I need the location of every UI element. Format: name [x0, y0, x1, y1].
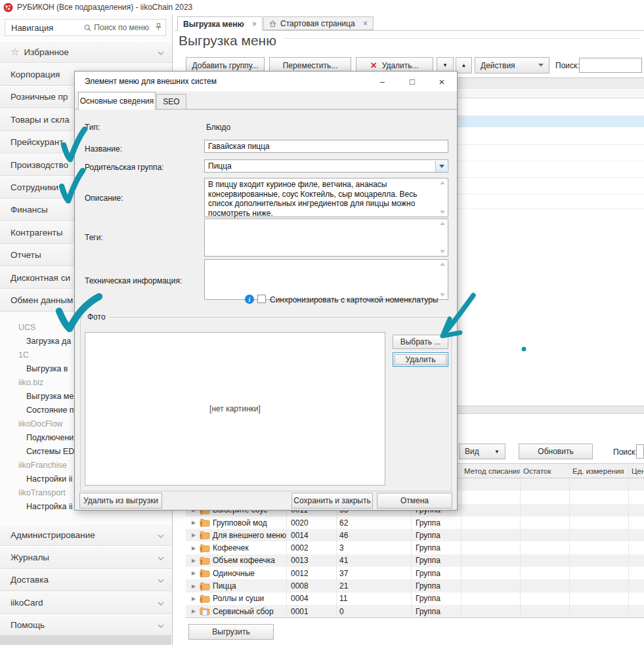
- scroll-up-icon[interactable]: [440, 262, 445, 266]
- row-name: Групповой мод: [213, 518, 267, 528]
- table-row[interactable]: ▶ ! Одиночные 0012 37 Группа: [186, 567, 644, 579]
- pin-icon[interactable]: [156, 22, 161, 33]
- header-cell-stock[interactable]: Остаток: [521, 464, 570, 478]
- maximize-icon[interactable]: □: [404, 75, 421, 88]
- chevron-down-icon: [158, 620, 164, 630]
- dialog-tab-seo[interactable]: SEO: [156, 94, 186, 109]
- tech-info-label: Техническая информация:: [85, 276, 182, 285]
- cell-unit: [570, 516, 629, 529]
- sidebar-group[interactable]: Доставка: [0, 569, 172, 591]
- folder-icon: !: [200, 544, 210, 552]
- cell-count: 11: [337, 593, 412, 605]
- expand-icon[interactable]: ▶: [192, 532, 197, 538]
- cell-price: [629, 478, 644, 491]
- parent-group-label: Родительская группа:: [85, 163, 163, 172]
- sidebar-group-label: Избранное: [24, 47, 68, 57]
- sidebar-group[interactable]: ☆ Избранное: [0, 41, 172, 63]
- sidebar-group[interactable]: iikoCard: [0, 591, 172, 614]
- scroll-down-icon[interactable]: [440, 211, 445, 214]
- folder-icon: !: [200, 607, 210, 615]
- tree-item-label: iiko.biz: [18, 378, 43, 387]
- tech-info-textarea[interactable]: [204, 259, 448, 300]
- sidebar-group-label: Производство: [11, 160, 68, 170]
- tab-close-icon[interactable]: ×: [363, 19, 368, 28]
- cell-code: 0013: [287, 554, 337, 567]
- sidebar-group[interactable]: Журналы: [0, 546, 172, 568]
- expand-icon[interactable]: ▶: [192, 570, 197, 576]
- sidebar-group[interactable]: Администрирование: [0, 524, 172, 546]
- actions-dropdown-button[interactable]: Действия: [475, 57, 549, 73]
- header-cell-unit[interactable]: Ед. измерения: [570, 464, 629, 478]
- choose-photo-button[interactable]: Выбрать ...: [393, 335, 448, 349]
- name-input[interactable]: Гавайская пицца: [204, 140, 448, 153]
- cell-count: 0: [337, 605, 412, 617]
- description-textarea[interactable]: В пиццу входит куриное филе, ветчина, ан…: [204, 178, 448, 217]
- tree-item-label: Подключени: [26, 433, 74, 442]
- cell-stock: [521, 579, 570, 592]
- dialog-tab-main[interactable]: Основные сведения: [78, 92, 156, 110]
- tree-item-label: Настройка ii: [26, 502, 73, 511]
- cell-name: ▶ ! Сервисный сбор: [186, 605, 287, 617]
- folder-icon: !: [200, 582, 210, 591]
- save-and-close-button[interactable]: Сохранить и закрыть: [291, 493, 373, 509]
- table-row[interactable]: ▶ ! Групповой мод 0020 62 Группа: [186, 516, 644, 529]
- cell-type: Группа: [412, 605, 462, 617]
- warning-icon: !: [200, 533, 202, 541]
- folder-icon: !: [200, 556, 210, 565]
- sidebar-group[interactable]: Помощь: [0, 614, 172, 636]
- cancel-label: Отмена: [400, 496, 429, 505]
- tab-close-icon[interactable]: ×: [252, 20, 257, 29]
- page-title: Выгрузка меню: [179, 33, 276, 49]
- cancel-button[interactable]: Отмена: [377, 493, 452, 509]
- sidebar-group-label: Журналы: [11, 552, 49, 562]
- cell-name: ▶ ! Кофеечек: [186, 541, 287, 554]
- tags-textarea[interactable]: [204, 218, 448, 257]
- expand-icon[interactable]: ▶: [192, 520, 197, 526]
- scroll-down-icon[interactable]: [440, 293, 445, 297]
- parent-group-combobox[interactable]: Пицца: [204, 159, 448, 173]
- view-dropdown-button[interactable]: Вид ▼: [459, 444, 505, 459]
- table-row[interactable]: ▶ ! Для внешнего меню 0014 46 Группа: [186, 529, 644, 541]
- move-up-button[interactable]: ▲: [456, 57, 472, 73]
- export-button[interactable]: Выгрузить: [188, 624, 274, 640]
- menu-search[interactable]: Поиск по меню: [84, 23, 149, 32]
- cell-name: ▶ ! Объем кофеечка: [186, 554, 287, 567]
- remove-from-export-button[interactable]: Удалить из выгрузки: [79, 493, 162, 509]
- name-label: Название:: [85, 144, 122, 154]
- tab-menu-export[interactable]: Выгрузка меню ×: [177, 16, 263, 31]
- chevron-down-icon: [158, 47, 164, 57]
- expand-icon[interactable]: ▶: [192, 596, 197, 602]
- cell-name: ▶ ! Роллы и суши: [186, 593, 287, 605]
- search-input[interactable]: [579, 58, 642, 73]
- lower-search-input[interactable]: [636, 444, 644, 459]
- minimize-icon[interactable]: –: [374, 75, 391, 88]
- tab-start-page[interactable]: Стартовая страница ×: [263, 16, 374, 30]
- table-row[interactable]: ▶ ! Объем кофеечка 0013 41 Группа: [186, 554, 644, 567]
- table-row[interactable]: ▶ ! Пицца 0008 21 Группа: [186, 579, 644, 592]
- expand-icon[interactable]: ▶: [192, 558, 197, 564]
- app-logo-icon: [3, 3, 13, 12]
- row-name: Для внешнего меню: [213, 531, 286, 540]
- header-cell-price[interactable]: Цен: [629, 464, 644, 478]
- table-row[interactable]: ▶ ! Кофеечек 0002 3 Группа: [186, 541, 644, 554]
- sidebar-group-label: Товары и скла: [11, 115, 70, 125]
- cell-stock: [521, 567, 570, 579]
- cell-count: 46: [337, 529, 412, 541]
- close-icon[interactable]: ×: [433, 75, 450, 88]
- table-row[interactable]: ▶ ! Сервисный сбор 0001 0 Группа: [186, 605, 644, 617]
- expand-icon[interactable]: ▶: [192, 583, 197, 589]
- scroll-down-icon[interactable]: [440, 250, 445, 253]
- scroll-up-icon[interactable]: [440, 181, 445, 184]
- combo-dropdown-icon[interactable]: [435, 161, 447, 172]
- cell-unit: [570, 554, 629, 567]
- header-cell-writeoff[interactable]: Метод списания: [462, 464, 521, 478]
- delete-photo-button[interactable]: Удалить: [393, 352, 448, 367]
- expand-icon[interactable]: ▶: [192, 545, 197, 551]
- sidebar-group-label: Обмен данным: [11, 295, 73, 305]
- expand-icon[interactable]: ▶: [192, 608, 197, 614]
- sync-checkbox[interactable]: [257, 295, 266, 303]
- tree-item-label: Настройки ii: [26, 474, 72, 484]
- refresh-button[interactable]: Обновить: [519, 444, 593, 459]
- table-row[interactable]: ▶ ! Роллы и суши 0004 11 Группа: [186, 593, 644, 605]
- scroll-up-icon[interactable]: [440, 222, 445, 225]
